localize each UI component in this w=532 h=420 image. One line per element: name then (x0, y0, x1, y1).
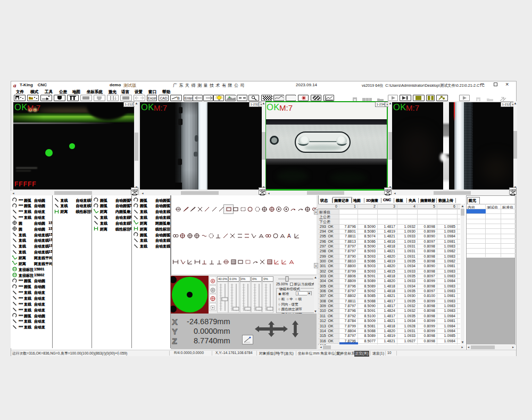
svg-text:B: B (177, 96, 180, 100)
svg-text:A: A (287, 233, 291, 239)
